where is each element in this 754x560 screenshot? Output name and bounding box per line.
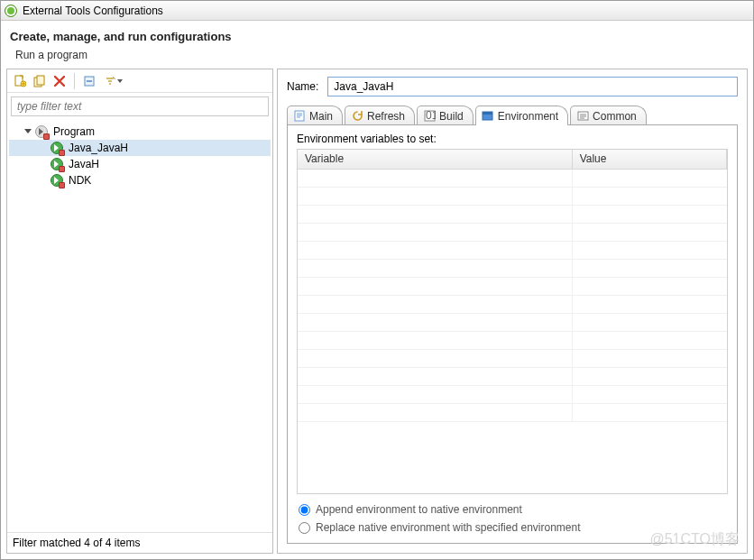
- tree-item-javah[interactable]: JavaH: [9, 156, 271, 172]
- table-body[interactable]: [298, 170, 727, 493]
- header-title: Create, manage, and run configurations: [10, 30, 744, 43]
- table-row[interactable]: [298, 260, 727, 278]
- tree-item-java-javah[interactable]: Java_JavaH: [9, 140, 271, 156]
- configurations-tree-pane: Program Java_JavaH JavaH NDK Filter matc…: [6, 69, 273, 554]
- table-row[interactable]: [298, 368, 727, 386]
- delete-config-button[interactable]: [51, 72, 69, 90]
- svg-rect-3: [37, 76, 44, 85]
- delete-icon: [54, 76, 65, 87]
- tree-category-program[interactable]: Program: [9, 124, 271, 140]
- environment-tab-content: Environment variables to set: Variable V…: [287, 125, 738, 544]
- svg-rect-9: [483, 112, 492, 115]
- tree-toolbar: [7, 69, 272, 93]
- new-file-icon: [14, 75, 26, 87]
- external-tools-window: External Tools Configurations Create, ma…: [0, 0, 754, 560]
- run-config-icon: [51, 174, 63, 187]
- table-row[interactable]: [298, 188, 727, 206]
- tab-strip: Main Refresh 010 Build Environment: [287, 104, 738, 125]
- env-vars-table[interactable]: Variable Value: [297, 149, 728, 494]
- tree-category-label: Program: [53, 125, 95, 138]
- filter-status: Filter matched 4 of 4 items: [7, 532, 272, 553]
- header: Create, manage, and run configurations R…: [1, 21, 753, 69]
- duplicate-icon: [33, 75, 46, 87]
- column-variable[interactable]: Variable: [298, 150, 573, 169]
- toolbar-separator: [74, 73, 75, 89]
- tab-build[interactable]: 010 Build: [417, 106, 474, 125]
- program-category-icon: [35, 125, 48, 138]
- table-row[interactable]: [298, 224, 727, 242]
- radio-replace-input[interactable]: [299, 522, 310, 534]
- tab-main[interactable]: Main: [287, 106, 343, 125]
- common-tab-icon: [576, 110, 589, 123]
- table-row[interactable]: [298, 278, 727, 296]
- column-value[interactable]: Value: [573, 150, 727, 169]
- table-row[interactable]: [298, 386, 727, 404]
- config-tree[interactable]: Program Java_JavaH JavaH NDK: [7, 120, 272, 532]
- name-input[interactable]: [327, 77, 738, 96]
- run-config-icon: [51, 158, 63, 170]
- config-editor-pane: Name: Main Refresh 010: [277, 69, 748, 554]
- radio-append[interactable]: Append environment to native environment: [299, 503, 728, 516]
- config-tabs: Main Refresh 010 Build Environment: [287, 104, 738, 544]
- table-row[interactable]: [298, 242, 727, 260]
- env-vars-label: Environment variables to set:: [297, 133, 728, 145]
- run-config-icon: [51, 142, 63, 154]
- tab-refresh[interactable]: Refresh: [345, 106, 415, 125]
- build-tab-icon: 010: [423, 110, 436, 123]
- svg-text:010: 010: [426, 110, 436, 122]
- window-title: External Tools Configurations: [23, 5, 163, 17]
- expand-icon[interactable]: [24, 129, 32, 133]
- name-label: Name:: [287, 80, 318, 93]
- table-row[interactable]: [298, 332, 727, 350]
- filter-arrow-icon: [104, 75, 116, 87]
- new-config-button[interactable]: [11, 72, 29, 90]
- radio-append-input[interactable]: [299, 504, 310, 516]
- titlebar[interactable]: External Tools Configurations: [1, 1, 753, 21]
- tree-item-label: JavaH: [69, 158, 99, 170]
- collapse-all-icon: [83, 75, 96, 87]
- table-header: Variable Value: [298, 150, 727, 170]
- tree-item-label: Java_JavaH: [69, 142, 128, 154]
- table-row[interactable]: [298, 296, 727, 314]
- tree-item-label: NDK: [69, 174, 91, 187]
- header-subtitle: Run a program: [15, 49, 744, 61]
- table-row[interactable]: [298, 404, 727, 422]
- filter-menu-button[interactable]: [100, 72, 125, 90]
- duplicate-config-button[interactable]: [31, 72, 49, 90]
- table-row[interactable]: [298, 206, 727, 224]
- table-row[interactable]: [298, 350, 727, 368]
- radio-replace[interactable]: Replace native environment with specifie…: [299, 521, 728, 534]
- table-row[interactable]: [298, 314, 727, 332]
- table-row[interactable]: [298, 170, 727, 188]
- refresh-tab-icon: [351, 110, 363, 123]
- tree-item-ndk[interactable]: NDK: [9, 172, 271, 188]
- run-icon: [5, 5, 17, 17]
- filter-input[interactable]: [11, 96, 269, 116]
- main-tab-icon: [293, 110, 306, 123]
- environment-tab-icon: [482, 110, 494, 123]
- tab-common[interactable]: Common: [570, 106, 647, 125]
- tab-environment[interactable]: Environment: [475, 106, 568, 125]
- collapse-all-button[interactable]: [80, 72, 98, 90]
- chevron-down-icon: [117, 79, 123, 83]
- env-mode-radios: Append environment to native environment…: [297, 503, 728, 534]
